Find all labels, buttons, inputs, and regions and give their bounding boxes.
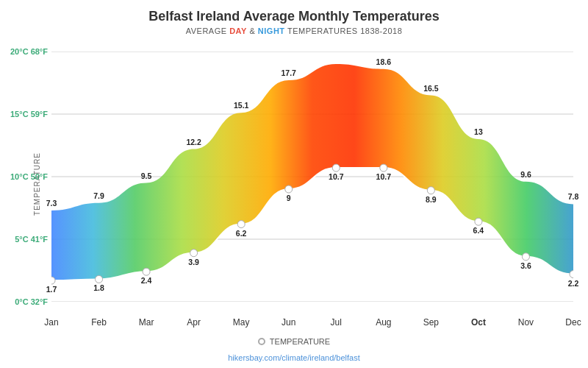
x-axis-label: Sep xyxy=(423,317,439,328)
night-temp-label: 3.9 xyxy=(188,258,199,266)
subtitle-day: DAY xyxy=(229,26,247,35)
day-temp-label: 9.6 xyxy=(520,170,531,179)
day-temp-label: 16.5 xyxy=(423,84,438,93)
x-axis-label: Jan xyxy=(44,317,58,328)
x-axis-label: Feb xyxy=(91,317,107,328)
day-temp-label: 9.5 xyxy=(141,171,152,180)
svg-point-9 xyxy=(237,221,245,228)
svg-point-15 xyxy=(522,253,529,261)
night-temp-label: 6.2 xyxy=(236,229,247,238)
day-temp-label: 13 xyxy=(474,127,483,136)
x-axis-label: May xyxy=(233,317,250,328)
svg-point-14 xyxy=(475,218,482,225)
legend-label: TEMPERATURE xyxy=(270,337,330,346)
x-axis-label: Oct xyxy=(471,317,486,328)
x-axis-label: Jul xyxy=(331,317,342,328)
svg-point-10 xyxy=(285,185,293,193)
night-temp-label: 9 xyxy=(287,194,291,202)
night-temp-label: 1.8 xyxy=(93,283,104,292)
day-temp-label: 19 xyxy=(331,52,340,61)
night-temp-label: 10.7 xyxy=(329,172,343,181)
subtitle-suffix: TEMPERATURES 1838-2018 xyxy=(287,26,402,35)
subtitle-prefix: AVERAGE xyxy=(186,26,227,35)
y-tick-label: 20°C 68°F xyxy=(2,47,48,56)
subtitle-night: NIGHT xyxy=(258,26,285,35)
x-axis-label: Aug xyxy=(376,317,391,328)
y-tick-label: 5°C 41°F xyxy=(2,235,48,244)
footer: hikersbay.com/climate/ireland/belfast xyxy=(0,353,588,362)
svg-point-11 xyxy=(332,164,340,171)
svg-point-8 xyxy=(190,250,198,257)
x-axis-label: Apr xyxy=(187,317,201,328)
x-axis-label: Nov xyxy=(518,317,534,328)
day-temp-label: 7.9 xyxy=(93,191,104,200)
y-tick-label: 10°C 50°F xyxy=(2,172,48,181)
night-temp-label: 1.7 xyxy=(46,285,57,294)
footer-url: hikersbay.com/climate/ireland/belfast xyxy=(228,353,360,362)
night-temp-label: 2.4 xyxy=(141,276,152,285)
svg-point-7 xyxy=(143,268,150,275)
day-temp-label: 7.3 xyxy=(46,199,57,208)
chart-subtitle: AVERAGE DAY & NIGHT TEMPERATURES 1838-20… xyxy=(0,26,588,35)
x-axis-label: Jun xyxy=(282,317,295,328)
day-temp-label: 15.1 xyxy=(234,101,248,110)
y-tick-label: 0°C 32°F xyxy=(2,297,48,306)
chart-container: Belfast Ireland Average Monthly Temperat… xyxy=(0,0,588,368)
x-axis-label: Mar xyxy=(139,317,154,328)
night-temp-label: 2.2 xyxy=(568,279,579,288)
legend: TEMPERATURE xyxy=(0,337,588,346)
y-axis-label: TEMPERATURE xyxy=(33,152,41,216)
night-temp-label: 10.7 xyxy=(376,172,391,181)
chart-title: Belfast Ireland Average Monthly Temperat… xyxy=(0,0,588,24)
night-temp-label: 3.6 xyxy=(520,261,531,270)
svg-point-6 xyxy=(96,275,103,283)
day-temp-label: 18.6 xyxy=(376,57,391,66)
night-temp-label: 8.9 xyxy=(426,195,437,204)
chart-svg xyxy=(51,52,573,302)
legend-dot xyxy=(258,338,265,345)
svg-point-12 xyxy=(380,164,387,171)
subtitle-amp: & xyxy=(249,26,255,35)
y-tick-label: 15°C 59°F xyxy=(2,110,48,118)
day-temp-label: 17.7 xyxy=(282,68,296,77)
night-temp-label: 6.4 xyxy=(473,226,484,235)
day-temp-label: 7.8 xyxy=(568,192,579,201)
svg-point-13 xyxy=(427,187,434,194)
x-axis-label: Dec xyxy=(565,317,581,328)
day-temp-label: 12.2 xyxy=(186,138,201,146)
